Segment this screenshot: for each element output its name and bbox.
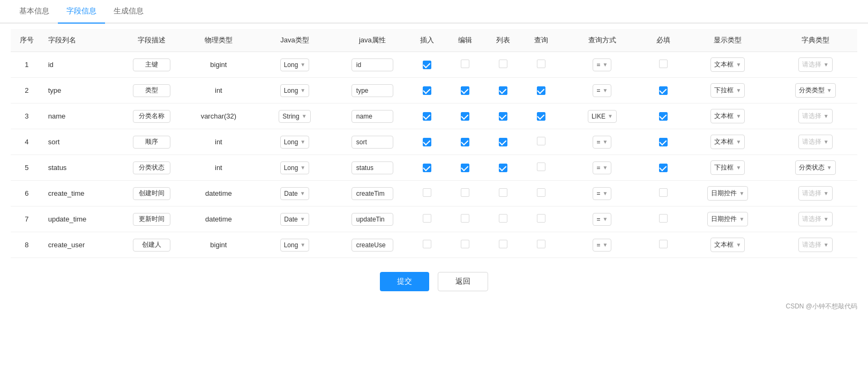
row-3-dicttype[interactable]: 请选择▼: [774, 129, 857, 155]
row-0-querymethod[interactable]: =▼: [560, 52, 644, 78]
row-6-javaattr[interactable]: [336, 206, 408, 232]
row-0-insert[interactable]: [408, 52, 446, 78]
row-7-fielddesc[interactable]: [119, 232, 184, 258]
row-3-required[interactable]: [644, 129, 682, 155]
row-0-dicttype[interactable]: 请选择▼: [774, 52, 857, 78]
row-3-javatype[interactable]: Long▼: [253, 129, 336, 155]
row-2-javaattr[interactable]: [336, 104, 408, 129]
row-5-javaattr[interactable]: [336, 181, 408, 206]
row-6-displaytype[interactable]: 日期控件▼: [682, 206, 774, 232]
row-6-fielddesc[interactable]: [119, 206, 184, 232]
row-4-displaytype[interactable]: 下拉框▼: [682, 155, 774, 181]
row-2-required[interactable]: [644, 104, 682, 129]
row-1-displaytype[interactable]: 下拉框▼: [682, 78, 774, 104]
row-1-insert[interactable]: [408, 78, 446, 104]
row-1-list[interactable]: [484, 78, 522, 104]
row-5-list[interactable]: [484, 181, 522, 206]
row-5-insert[interactable]: [408, 181, 446, 206]
row-6-dicttype[interactable]: 请选择▼: [774, 206, 857, 232]
row-4-query[interactable]: [522, 155, 560, 181]
row-5-querymethod[interactable]: =▼: [560, 181, 644, 206]
back-button[interactable]: 返回: [438, 272, 488, 291]
row-4-list[interactable]: [484, 155, 522, 181]
row-1-required[interactable]: [644, 78, 682, 104]
row-1-seq: 2: [11, 78, 43, 104]
row-7-edit[interactable]: [446, 232, 484, 258]
row-3-fielddesc[interactable]: [119, 129, 184, 155]
row-5-edit[interactable]: [446, 181, 484, 206]
row-7-insert[interactable]: [408, 232, 446, 258]
row-6-edit[interactable]: [446, 206, 484, 232]
tab-generate[interactable]: 生成信息: [105, 0, 152, 24]
row-0-javatype[interactable]: Long▼: [253, 52, 336, 78]
row-7-querymethod[interactable]: =▼: [560, 232, 644, 258]
row-7-phystype: bigint: [184, 232, 253, 258]
row-1-querymethod[interactable]: =▼: [560, 78, 644, 104]
row-0-required[interactable]: [644, 52, 682, 78]
row-0-displaytype[interactable]: 文本框▼: [682, 52, 774, 78]
submit-button[interactable]: 提交: [380, 272, 429, 291]
row-5-query[interactable]: [522, 181, 560, 206]
row-4-required[interactable]: [644, 155, 682, 181]
row-4-edit[interactable]: [446, 155, 484, 181]
row-2-javatype[interactable]: String▼: [253, 104, 336, 129]
row-4-javaattr[interactable]: [336, 155, 408, 181]
row-7-javatype[interactable]: Long▼: [253, 232, 336, 258]
row-4-insert[interactable]: [408, 155, 446, 181]
row-5-fielddesc[interactable]: [119, 181, 184, 206]
row-6-required[interactable]: [644, 206, 682, 232]
row-0-list[interactable]: [484, 52, 522, 78]
row-2-querymethod[interactable]: LIKE▼: [560, 104, 644, 129]
table-row: 5statusintLong▼=▼下拉框▼分类状态▼: [11, 155, 857, 181]
row-1-query[interactable]: [522, 78, 560, 104]
row-4-javatype[interactable]: Long▼: [253, 155, 336, 181]
tab-fields[interactable]: 字段信息: [58, 0, 105, 24]
row-7-query[interactable]: [522, 232, 560, 258]
row-1-fielddesc[interactable]: [119, 78, 184, 104]
row-3-insert[interactable]: [408, 129, 446, 155]
row-2-edit[interactable]: [446, 104, 484, 129]
row-0-javaattr[interactable]: [336, 52, 408, 78]
row-5-required[interactable]: [644, 181, 682, 206]
row-5-javatype[interactable]: Date▼: [253, 181, 336, 206]
row-2-query[interactable]: [522, 104, 560, 129]
row-2-displaytype[interactable]: 文本框▼: [682, 104, 774, 129]
row-6-insert[interactable]: [408, 206, 446, 232]
tab-basic[interactable]: 基本信息: [11, 0, 58, 24]
col-edit: 编辑: [446, 29, 484, 52]
row-1-dicttype[interactable]: 分类类型▼: [774, 78, 857, 104]
row-3-edit[interactable]: [446, 129, 484, 155]
row-7-list[interactable]: [484, 232, 522, 258]
row-6-query[interactable]: [522, 206, 560, 232]
table-row: 6create_timedatetimeDate▼=▼日期控件▼请选择▼: [11, 181, 857, 206]
row-3-query[interactable]: [522, 129, 560, 155]
row-3-javaattr[interactable]: [336, 129, 408, 155]
row-2-insert[interactable]: [408, 104, 446, 129]
row-3-querymethod[interactable]: =▼: [560, 129, 644, 155]
row-4-querymethod[interactable]: =▼: [560, 155, 644, 181]
row-6-javatype[interactable]: Date▼: [253, 206, 336, 232]
row-2-list[interactable]: [484, 104, 522, 129]
row-0-fielddesc[interactable]: [119, 52, 184, 78]
row-7-displaytype[interactable]: 文本框▼: [682, 232, 774, 258]
row-4-fielddesc[interactable]: [119, 155, 184, 181]
row-0-edit[interactable]: [446, 52, 484, 78]
row-4-dicttype[interactable]: 分类状态▼: [774, 155, 857, 181]
row-2-fielddesc[interactable]: [119, 104, 184, 129]
row-0-phystype: bigint: [184, 52, 253, 78]
row-2-dicttype[interactable]: 请选择▼: [774, 104, 857, 129]
row-1-edit[interactable]: [446, 78, 484, 104]
row-1-javatype[interactable]: Long▼: [253, 78, 336, 104]
row-1-javaattr[interactable]: [336, 78, 408, 104]
row-7-required[interactable]: [644, 232, 682, 258]
row-7-javaattr[interactable]: [336, 232, 408, 258]
row-3-seq: 4: [11, 129, 43, 155]
row-6-querymethod[interactable]: =▼: [560, 206, 644, 232]
row-6-list[interactable]: [484, 206, 522, 232]
row-5-displaytype[interactable]: 日期控件▼: [682, 181, 774, 206]
row-5-dicttype[interactable]: 请选择▼: [774, 181, 857, 206]
row-7-dicttype[interactable]: 请选择▼: [774, 232, 857, 258]
row-3-list[interactable]: [484, 129, 522, 155]
row-0-query[interactable]: [522, 52, 560, 78]
row-3-displaytype[interactable]: 文本框▼: [682, 129, 774, 155]
